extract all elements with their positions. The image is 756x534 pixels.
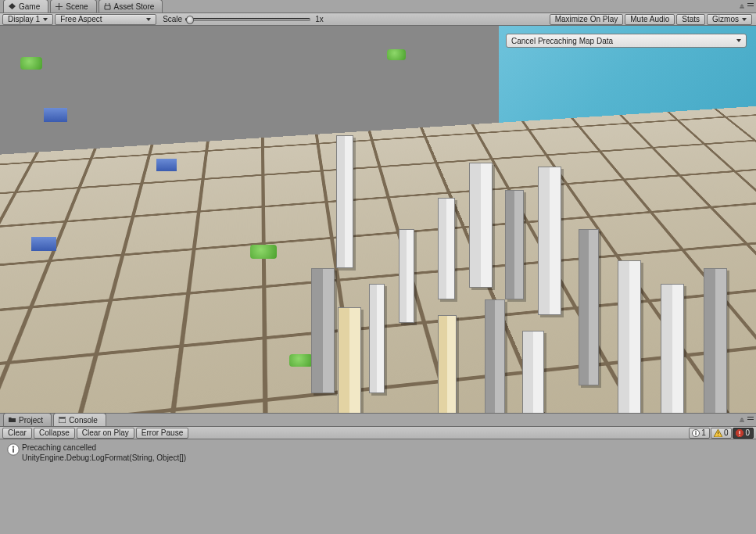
- console-icon: [59, 417, 66, 424]
- park: [387, 49, 406, 60]
- display-dropdown[interactable]: Display 1: [2, 14, 53, 25]
- skyscraper: [505, 190, 524, 299]
- window-menu-icon[interactable]: [747, 415, 754, 422]
- tab-label: Project: [19, 416, 43, 425]
- skyscraper: [618, 260, 641, 413]
- svg-rect-11: [740, 435, 740, 435]
- window-lock-icon[interactable]: [738, 2, 745, 9]
- park: [250, 245, 277, 259]
- tab-context-buttons: [738, 2, 754, 9]
- skyscraper: [579, 229, 599, 385]
- btn-label: Clear on Play: [82, 428, 129, 437]
- maximize-on-play-button[interactable]: Maximize On Play: [550, 14, 624, 25]
- svg-rect-13: [13, 448, 14, 452]
- tab-label: Game: [19, 2, 40, 11]
- game-icon: [9, 3, 16, 10]
- log-stack: UnityEngine.Debug:LogFormat(String, Obje…: [22, 453, 186, 463]
- aspect-dropdown[interactable]: Free Aspect: [55, 14, 156, 25]
- precache-cancel-dropdown[interactable]: Cancel Precaching Map Data: [506, 34, 747, 48]
- tab-label: Console: [69, 416, 98, 425]
- folder-icon: [9, 417, 16, 424]
- tab-scene[interactable]: Scene: [50, 0, 96, 13]
- scale-track[interactable]: [185, 18, 310, 21]
- tab-asset-store[interactable]: Asset Store: [99, 0, 163, 13]
- scale-slider: Scale 1x: [163, 15, 324, 23]
- warn-counter[interactable]: 0: [711, 428, 733, 439]
- skyscraper: [538, 167, 561, 315]
- console-body[interactable]: Precaching cancelled UnityEngine.Debug:L…: [0, 439, 756, 534]
- park: [289, 354, 313, 367]
- window-menu-icon[interactable]: [747, 2, 754, 9]
- roof: [156, 159, 177, 171]
- log-title: Precaching cancelled: [22, 443, 186, 453]
- skyscraper: [704, 268, 727, 413]
- chevron-down-icon: [146, 18, 151, 21]
- park: [20, 57, 42, 70]
- tab-project[interactable]: Project: [3, 413, 52, 426]
- scale-label: Scale: [163, 15, 182, 23]
- skyscraper: [485, 299, 505, 413]
- console-toolbar: Clear Collapse Clear on Play Error Pause…: [0, 427, 756, 439]
- btn-label: Gizmos: [712, 15, 739, 23]
- svg-rect-5: [696, 432, 697, 435]
- chevron-down-icon: [742, 18, 747, 21]
- scene-icon: [56, 3, 63, 10]
- skyscraper: [469, 163, 493, 288]
- chevron-down-icon: [43, 18, 48, 21]
- stats-button[interactable]: Stats: [676, 14, 705, 25]
- roof: [44, 108, 67, 122]
- info-icon: [5, 443, 22, 456]
- tab-label: Scene: [66, 2, 88, 11]
- btn-label: Error Pause: [142, 428, 183, 437]
- tab-console[interactable]: Console: [53, 413, 106, 426]
- bottom-panel: Project Console Clear Collapse Clear on …: [0, 413, 756, 534]
- skyscraper: [438, 198, 455, 299]
- btn-label: Clear: [8, 428, 27, 437]
- log-text: Precaching cancelled UnityEngine.Debug:L…: [22, 443, 186, 463]
- scale-value: 1x: [315, 15, 324, 23]
- console-counters: 1 0 0: [689, 428, 754, 439]
- svg-rect-7: [718, 432, 718, 434]
- count: 1: [701, 428, 706, 437]
- skyscraper: [369, 284, 385, 393]
- log-entry[interactable]: Precaching cancelled UnityEngine.Debug:L…: [0, 439, 756, 466]
- skyscraper: [336, 135, 353, 268]
- tab-context-buttons: [738, 415, 754, 422]
- info-counter[interactable]: 1: [689, 428, 710, 439]
- svg-point-6: [695, 430, 697, 432]
- scale-thumb[interactable]: [186, 16, 194, 24]
- top-tabstrip: Game Scene Asset Store: [0, 0, 756, 13]
- tab-game[interactable]: Game: [3, 0, 48, 13]
- btn-label: Stats: [682, 15, 700, 23]
- count: 0: [724, 428, 729, 437]
- error-pause-button[interactable]: Error Pause: [136, 428, 188, 439]
- clear-button[interactable]: Clear: [2, 428, 32, 439]
- bottom-tabstrip: Project Console: [0, 414, 756, 427]
- game-toolbar: Display 1 Free Aspect Scale 1x Maximize …: [0, 13, 756, 26]
- aspect-label: Free Aspect: [60, 15, 102, 23]
- error-counter[interactable]: 0: [733, 428, 754, 439]
- skyscraper: [522, 331, 544, 413]
- mute-audio-button[interactable]: Mute Audio: [625, 14, 675, 25]
- skyscraper: [438, 315, 457, 413]
- chevron-down-icon: [736, 39, 741, 42]
- skyscraper: [311, 268, 335, 393]
- game-viewport[interactable]: Cancel Precaching Map Data: [0, 26, 756, 413]
- display-label: Display 1: [8, 15, 40, 23]
- window-lock-icon[interactable]: [738, 415, 745, 422]
- skyscraper: [661, 284, 684, 413]
- skyscraper: [399, 229, 414, 323]
- gizmos-dropdown[interactable]: Gizmos: [707, 14, 752, 25]
- dropdown-label: Cancel Precaching Map Data: [511, 37, 613, 45]
- btn-label: Collapse: [39, 428, 70, 437]
- svg-point-14: [13, 446, 14, 447]
- tab-label: Asset Store: [114, 2, 155, 11]
- collapse-button[interactable]: Collapse: [34, 428, 75, 439]
- clear-on-play-button[interactable]: Clear on Play: [77, 428, 134, 439]
- btn-label: Mute Audio: [630, 15, 669, 23]
- svg-rect-8: [718, 435, 718, 435]
- roof: [31, 237, 56, 251]
- svg-rect-10: [740, 431, 740, 434]
- svg-rect-1: [59, 3, 59, 10]
- svg-rect-3: [59, 418, 65, 419]
